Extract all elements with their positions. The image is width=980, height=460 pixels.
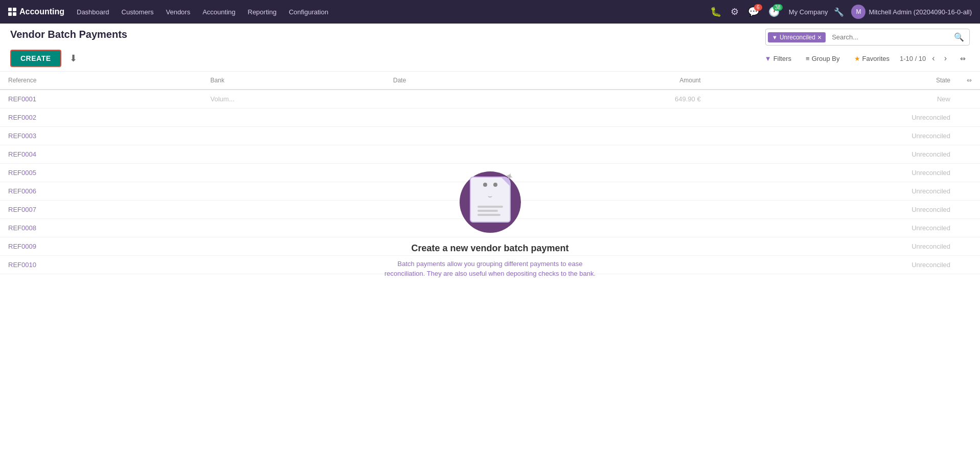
table-row[interactable]: REF0006 Unreconciled: [0, 182, 980, 201]
td-ref: REF0005: [0, 164, 202, 182]
table-row[interactable]: REF0010 Unreconciled: [0, 256, 980, 274]
search-button[interactable]: 🔍: [949, 29, 969, 45]
chat-badge: 6: [754, 4, 762, 11]
td-actions: [959, 219, 980, 237]
nav-vendors[interactable]: Vendors: [159, 0, 196, 24]
table-container: Reference Bank Date Amount State ⇔ REF00…: [0, 72, 980, 274]
td-date: [385, 145, 518, 164]
td-date: [385, 164, 518, 182]
td-date: [385, 108, 518, 127]
topnav-right: 🐛 ⚙ 💬 6 🕐 38 My Company 🔧 M Mitchell Adm…: [707, 3, 976, 21]
td-amount: [518, 219, 709, 237]
th-date[interactable]: Date: [385, 72, 518, 90]
td-date: [385, 201, 518, 219]
td-amount: [518, 237, 709, 256]
td-amount: [518, 201, 709, 219]
clock-button[interactable]: 🕐 38: [765, 4, 783, 19]
td-ref: REF0006: [0, 182, 202, 201]
batch-payments-table: Reference Bank Date Amount State ⇔ REF00…: [0, 72, 980, 274]
table-row[interactable]: REF0002 Unreconciled: [0, 108, 980, 127]
column-settings-button[interactable]: ⇔: [956, 53, 970, 64]
page-title: Vendor Batch Payments: [10, 29, 127, 40]
page-header: Vendor Batch Payments ▼ Unreconciled × 🔍: [0, 24, 980, 46]
td-amount: [518, 127, 709, 145]
table-row[interactable]: REF0008 Unreconciled: [0, 219, 980, 237]
td-date: [385, 90, 518, 108]
app-brand[interactable]: Accounting: [4, 7, 69, 16]
nav-dashboard[interactable]: Dashboard: [71, 0, 116, 24]
create-button[interactable]: CREATE: [10, 50, 61, 67]
download-button[interactable]: ⬇: [65, 51, 81, 66]
toolbar-right: ▼ Filters ≡ Group By ★ Favorites 1-10 / …: [761, 53, 970, 64]
search-input[interactable]: [828, 30, 949, 44]
clock-badge: 38: [773, 4, 783, 11]
search-tag-close[interactable]: ×: [817, 34, 822, 41]
groupby-label: Group By: [812, 55, 840, 62]
nav-configuration[interactable]: Configuration: [283, 0, 334, 24]
td-actions: [959, 164, 980, 182]
prev-page-button[interactable]: ‹: [929, 53, 938, 64]
td-state: New: [709, 90, 959, 108]
td-ref: REF0003: [0, 127, 202, 145]
th-state[interactable]: State: [709, 72, 959, 90]
td-actions: [959, 145, 980, 164]
settings-icon[interactable]: 🔧: [834, 7, 844, 17]
company-name: My Company: [786, 8, 831, 16]
th-bank[interactable]: Bank: [202, 72, 385, 90]
table-row[interactable]: REF0007 Unreconciled: [0, 201, 980, 219]
top-navigation: Accounting Dashboard Customers Vendors A…: [0, 0, 980, 24]
td-actions: [959, 182, 980, 201]
chat-button[interactable]: 💬 6: [745, 4, 762, 19]
nav-customers[interactable]: Customers: [116, 0, 160, 24]
td-amount: 649.90 €: [518, 90, 709, 108]
avatar: M: [851, 5, 865, 19]
pagination: 1-10 / 10 ‹ ›: [900, 53, 950, 64]
table-row[interactable]: REF0005 Unreconciled: [0, 164, 980, 182]
td-actions: [959, 108, 980, 127]
bug-button[interactable]: 🐛: [707, 4, 724, 19]
th-reference[interactable]: Reference: [0, 72, 202, 90]
td-ref: REF0007: [0, 201, 202, 219]
table-row[interactable]: REF0003 Unreconciled: [0, 127, 980, 145]
th-col-settings[interactable]: ⇔: [959, 72, 980, 90]
td-bank: [202, 182, 385, 201]
td-actions: [959, 127, 980, 145]
filter-tag-icon: ▼: [772, 34, 778, 40]
filters-button[interactable]: ▼ Filters: [761, 53, 795, 64]
filters-label: Filters: [773, 55, 791, 62]
td-state: Unreconciled: [709, 108, 959, 127]
search-tag-unreconciled: ▼ Unreconciled ×: [768, 32, 826, 42]
favorites-button[interactable]: ★ Favorites: [850, 53, 894, 64]
td-ref: REF0002: [0, 108, 202, 127]
table-row[interactable]: REF0004 Unreconciled: [0, 145, 980, 164]
grid-icon: [8, 8, 16, 16]
user-menu[interactable]: M Mitchell Admin (20204090-16-0-all): [847, 3, 976, 21]
td-ref: REF0001: [0, 90, 202, 108]
nav-accounting[interactable]: Accounting: [196, 0, 241, 24]
td-bank: [202, 201, 385, 219]
td-amount: [518, 182, 709, 201]
brand-label: Accounting: [19, 7, 64, 16]
td-state: Unreconciled: [709, 145, 959, 164]
td-date: [385, 182, 518, 201]
td-actions: [959, 201, 980, 219]
nav-reporting[interactable]: Reporting: [242, 0, 283, 24]
td-state: Unreconciled: [709, 201, 959, 219]
search-tag-label: Unreconciled: [780, 34, 815, 41]
td-bank: [202, 164, 385, 182]
toolbar: CREATE ⬇ ▼ Filters ≡ Group By ★ Favorite…: [0, 46, 980, 72]
table-row[interactable]: REF0009 Unreconciled: [0, 237, 980, 256]
td-date: [385, 127, 518, 145]
activity-button[interactable]: ⚙: [727, 4, 742, 19]
groupby-button[interactable]: ≡ Group By: [802, 53, 844, 64]
star-icon: ★: [854, 55, 860, 62]
td-bank: [202, 237, 385, 256]
td-ref: REF0009: [0, 237, 202, 256]
th-amount[interactable]: Amount: [518, 72, 709, 90]
favorites-label: Favorites: [862, 55, 890, 62]
table-row[interactable]: REF0001 Volum... 649.90 € New: [0, 90, 980, 108]
next-page-button[interactable]: ›: [941, 53, 950, 64]
td-actions: [959, 237, 980, 256]
td-bank: [202, 219, 385, 237]
td-bank: Volum...: [202, 90, 385, 108]
